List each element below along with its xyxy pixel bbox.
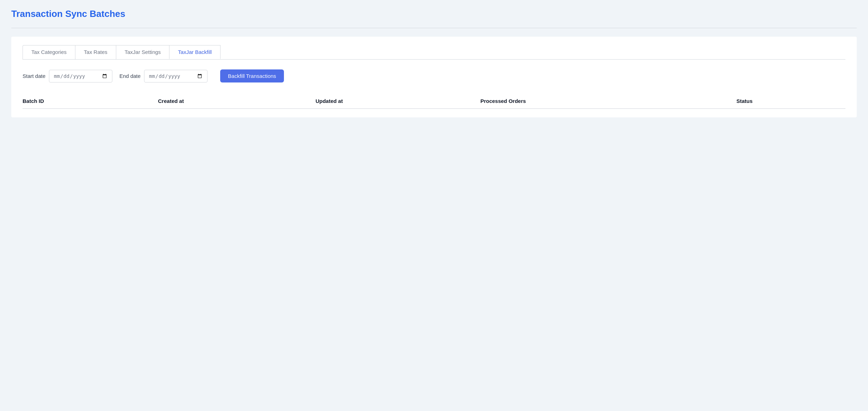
end-date-input[interactable] — [144, 70, 207, 82]
batches-table: Batch IDCreated atUpdated atProcessed Or… — [23, 94, 845, 109]
page-title: Transaction Sync Batches — [11, 8, 857, 19]
table-wrapper: Batch IDCreated atUpdated atProcessed Or… — [23, 94, 845, 109]
col-header-batch-id: Batch ID — [23, 94, 158, 109]
end-date-group: End date — [119, 70, 207, 82]
content-card: Tax CategoriesTax RatesTaxJar SettingsTa… — [11, 37, 857, 117]
end-date-label: End date — [119, 73, 141, 79]
tab-tax-rates[interactable]: Tax Rates — [75, 45, 116, 59]
tab-bar: Tax CategoriesTax RatesTaxJar SettingsTa… — [23, 45, 845, 60]
col-header-status: Status — [736, 94, 845, 109]
start-date-label: Start date — [23, 73, 45, 79]
table-head: Batch IDCreated atUpdated atProcessed Or… — [23, 94, 845, 109]
tab-taxjar-backfill[interactable]: TaxJar Backfill — [169, 45, 221, 59]
col-header-created-at: Created at — [158, 94, 316, 109]
filter-row: Start date End date Backfill Transaction… — [23, 69, 845, 82]
start-date-group: Start date — [23, 70, 112, 82]
top-divider — [11, 28, 857, 28]
start-date-input[interactable] — [49, 70, 112, 82]
col-header-processed-orders: Processed Orders — [480, 94, 737, 109]
table-header-row: Batch IDCreated atUpdated atProcessed Or… — [23, 94, 845, 109]
col-header-updated-at: Updated at — [316, 94, 480, 109]
tab-tax-categories[interactable]: Tax Categories — [23, 45, 75, 59]
tab-taxjar-settings[interactable]: TaxJar Settings — [116, 45, 170, 59]
page-wrapper: Transaction Sync Batches Tax CategoriesT… — [0, 0, 868, 411]
backfill-transactions-button[interactable]: Backfill Transactions — [220, 69, 284, 82]
